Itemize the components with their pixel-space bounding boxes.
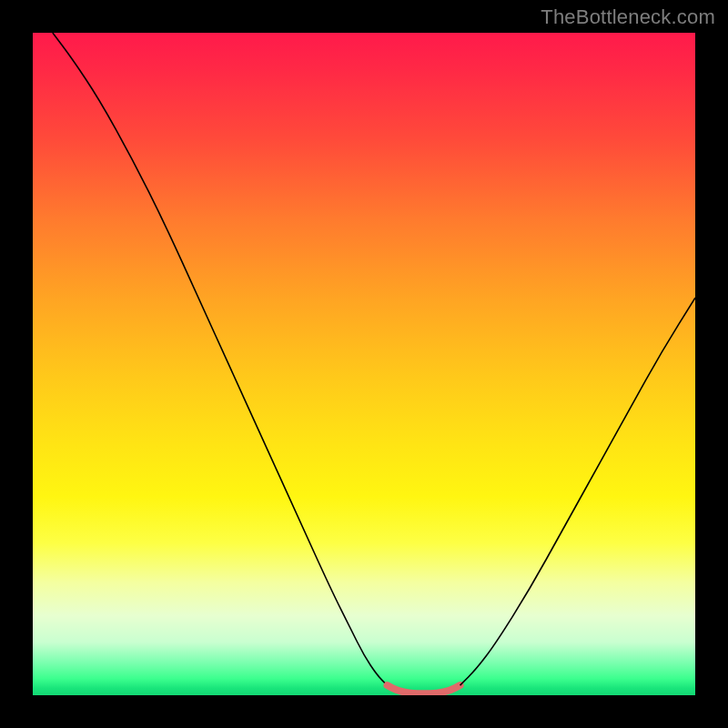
curve-right-ascent: [460, 298, 695, 685]
curve-overlay: [33, 33, 695, 695]
curve-left-descent: [53, 33, 388, 685]
watermark-text: TheBottleneck.com: [541, 5, 715, 29]
curve-valley-floor: [387, 685, 460, 693]
plot-area: [33, 33, 695, 695]
chart-stage: TheBottleneck.com: [0, 0, 728, 728]
